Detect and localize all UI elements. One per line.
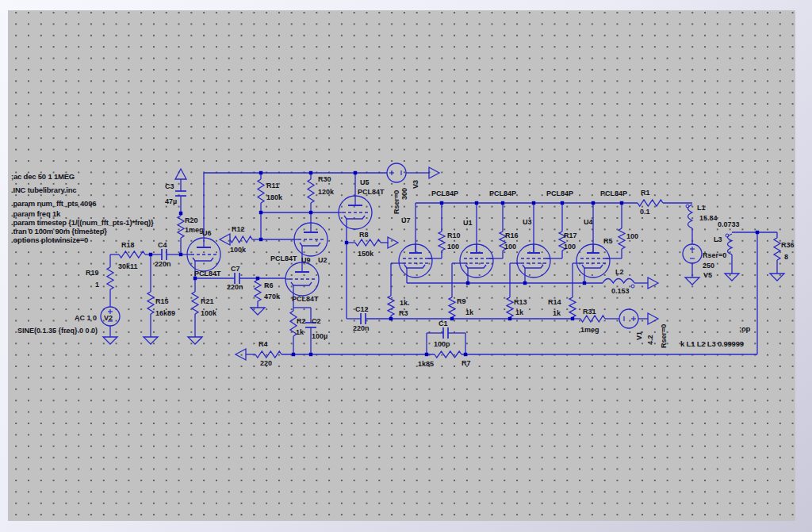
- label-V3[interactable]: 300: [400, 188, 408, 200]
- resistor-R18[interactable]: [119, 251, 145, 258]
- value-R18[interactable]: 30k11: [118, 262, 138, 270]
- spice-annotation[interactable]: ;op: [739, 324, 751, 333]
- inductor-L2[interactable]: [603, 279, 634, 284]
- value-C3[interactable]: 47µ: [165, 197, 177, 205]
- label-V2[interactable]: SINE(0 1.35 {freq} 0 0 0): [17, 327, 98, 335]
- type-U1[interactable]: PCL84P: [489, 189, 516, 197]
- label-C1[interactable]: C1: [439, 320, 448, 327]
- label-R31[interactable]: R31: [583, 308, 596, 316]
- resistor-R15[interactable]: [147, 292, 154, 314]
- resistor-R8[interactable]: [355, 239, 381, 246]
- resistor-R21[interactable]: [192, 292, 198, 314]
- ground-symbol[interactable]: [685, 277, 699, 285]
- resistor-R36[interactable]: [774, 238, 780, 260]
- value-C2[interactable]: 100µ: [312, 332, 327, 340]
- label-U2[interactable]: U2: [318, 256, 327, 264]
- label-R12[interactable]: R12: [232, 225, 245, 233]
- value-R6[interactable]: 470k: [264, 293, 281, 300]
- label-L3[interactable]: L3: [714, 235, 722, 243]
- label-L2[interactable]: L2: [615, 268, 624, 276]
- label-R11[interactable]: R11: [266, 182, 279, 189]
- resistor-R7[interactable]: [435, 351, 462, 358]
- resistor-R31[interactable]: [580, 316, 605, 322]
- type-U2[interactable]: PCL84T: [292, 295, 319, 303]
- spice-directive[interactable]: .tran 0 100m 90m {timestep}: [11, 227, 107, 235]
- resistor-R3[interactable]: [388, 296, 394, 316]
- label-V2[interactable]: V2: [104, 314, 113, 322]
- label-R15[interactable]: R15: [155, 297, 169, 305]
- spice-directive[interactable]: .param freq 1k: [11, 209, 61, 218]
- ground-symbol[interactable]: [725, 274, 739, 281]
- label-R20[interactable]: R20: [185, 216, 198, 224]
- label-R7[interactable]: R7: [462, 359, 471, 367]
- value-L1[interactable]: 15.84: [699, 214, 718, 222]
- label-R10[interactable]: R10: [447, 232, 461, 239]
- label-R6[interactable]: R6: [264, 281, 274, 289]
- label-V1[interactable]: Rser=0: [660, 324, 668, 348]
- value-R11[interactable]: 180k: [266, 193, 283, 201]
- port-flag[interactable]: [429, 167, 439, 178]
- label-R5[interactable]: R5: [603, 237, 613, 245]
- ground-symbol[interactable]: [144, 337, 158, 344]
- value-R8[interactable]: 150k: [358, 250, 374, 258]
- value-C4[interactable]: 220n: [155, 260, 171, 268]
- resistor-R11[interactable]: [258, 179, 264, 203]
- spice-directive[interactable]: .options plotwinsize=0: [11, 235, 88, 244]
- label-U7[interactable]: U7: [401, 216, 411, 224]
- label-R2[interactable]: R2: [297, 317, 306, 325]
- label-R14[interactable]: R14: [548, 298, 561, 306]
- port-flag[interactable]: [220, 234, 230, 245]
- label-U3[interactable]: U3: [523, 218, 532, 226]
- type-U7[interactable]: PCL84P: [431, 189, 458, 197]
- spice-annotation[interactable]: k L1 L2 L3 0.99999: [680, 339, 744, 348]
- port-flag[interactable]: [648, 277, 658, 289]
- value-R2[interactable]: 1k: [296, 328, 304, 336]
- label-U1[interactable]: U1: [463, 219, 473, 227]
- schematic-svg[interactable]: R191R1830k11R1516k89R21100kR201megR11180…: [8, 10, 795, 521]
- type-U9[interactable]: PCL84T: [270, 255, 297, 262]
- label-L1[interactable]: L1: [697, 204, 706, 212]
- label-U5[interactable]: U5: [360, 178, 370, 186]
- inductor-L1[interactable]: [688, 205, 693, 228]
- label-C3[interactable]: C3: [165, 182, 174, 190]
- value-R15[interactable]: 16k89: [155, 309, 175, 317]
- type-U4[interactable]: PCL84P: [600, 189, 627, 197]
- ground-symbol[interactable]: [770, 274, 784, 281]
- type-U6[interactable]: PCL84T: [194, 270, 221, 277]
- spice-directive[interactable]: .INC tubelibrary.inc: [11, 186, 76, 194]
- label-V5[interactable]: V5: [703, 271, 712, 279]
- label-R8[interactable]: R8: [359, 231, 369, 239]
- label-R4[interactable]: R4: [259, 340, 268, 348]
- resistor-R10[interactable]: [439, 232, 445, 251]
- value-R5[interactable]: 100: [626, 232, 638, 240]
- spice-directive[interactable]: ;ac dec 50 1 1MEG: [11, 172, 75, 181]
- value-R31[interactable]: 1meg: [580, 326, 599, 334]
- resistor-R20[interactable]: [178, 216, 184, 238]
- spice-directive[interactable]: .param timestep {1/((num_fft_pts-1)*freq…: [11, 218, 154, 227]
- label-C4[interactable]: C4: [158, 241, 167, 249]
- value-R19[interactable]: 1: [95, 281, 99, 289]
- value-L2[interactable]: 0.153: [611, 287, 630, 295]
- value-R4[interactable]: 220: [260, 359, 272, 367]
- label-U6[interactable]: U6: [202, 229, 212, 237]
- label-V1[interactable]: V1: [635, 331, 643, 340]
- label-R30[interactable]: R30: [318, 175, 331, 183]
- label-R17[interactable]: R17: [564, 232, 577, 239]
- label-C2[interactable]: C2: [312, 317, 321, 325]
- value-R1[interactable]: 0.1: [640, 208, 650, 216]
- port-flag[interactable]: [388, 237, 398, 248]
- resistor-R1[interactable]: [638, 200, 663, 206]
- resistor-R4[interactable]: [255, 351, 282, 358]
- label-R1[interactable]: R1: [641, 189, 650, 197]
- value-L3[interactable]: 0.0733: [718, 220, 740, 228]
- label-V1[interactable]: 4.2: [646, 335, 654, 345]
- value-C1[interactable]: 100p: [434, 340, 450, 348]
- value-R20[interactable]: 1meg: [185, 226, 204, 234]
- value-C7[interactable]: 220n: [227, 283, 243, 291]
- resistor-R5[interactable]: [619, 228, 625, 249]
- resistor-R14[interactable]: [569, 297, 576, 317]
- resistor-R30[interactable]: [308, 179, 314, 203]
- value-R36[interactable]: 8: [784, 253, 788, 261]
- ground-symbol[interactable]: [188, 337, 202, 344]
- label-V3[interactable]: V3: [412, 180, 419, 189]
